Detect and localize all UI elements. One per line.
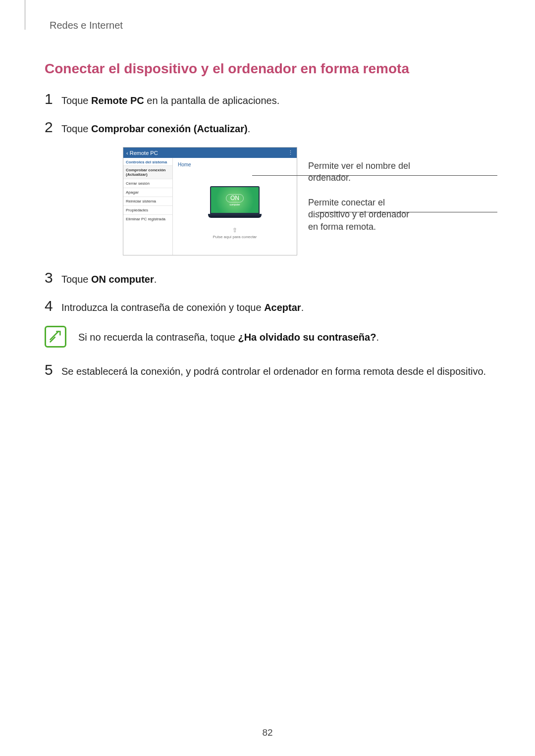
tap-hint: Pulse aquí para conectar bbox=[213, 235, 257, 239]
laptop-screen: ON computer bbox=[210, 186, 260, 214]
step-number: 5 bbox=[45, 361, 61, 378]
step-text: Toque Remote PC en la pantalla de aplica… bbox=[61, 91, 490, 108]
step-text: Introduzca la contraseña de conexión y t… bbox=[61, 298, 490, 315]
step-text: Toque ON computer. bbox=[61, 269, 490, 287]
step-number: 3 bbox=[45, 269, 61, 286]
device-screenshot: ‹ Remote PC ⋮ Controles del sistema Comp… bbox=[123, 147, 297, 255]
sidebar-item: Comprobar conexión (Actualizar) bbox=[123, 165, 172, 179]
sidebar-item: Eliminar PC registrada bbox=[123, 214, 172, 223]
callout-pc-name: Permite ver el nombre del ordenador. bbox=[308, 160, 412, 184]
step-number: 4 bbox=[45, 298, 61, 314]
on-button-sub: computer bbox=[230, 203, 240, 206]
device-titlebar: ‹ Remote PC ⋮ bbox=[123, 148, 297, 158]
arrow-up-icon: ⇧ bbox=[232, 227, 237, 234]
figure-callouts: Permite ver el nombre del ordenador. Per… bbox=[308, 147, 412, 255]
note: Si no recuerda la contraseña, toque ¿Ha … bbox=[45, 326, 490, 348]
menu-dots-icon: ⋮ bbox=[288, 150, 294, 156]
step-3: 3 Toque ON computer. bbox=[45, 269, 490, 287]
sidebar-item: Cerrar sesión bbox=[123, 179, 172, 188]
sidebar-item: Apagar bbox=[123, 188, 172, 197]
step-text: Se establecerá la conexión, y podrá cont… bbox=[61, 361, 490, 379]
step-list-cont: 3 Toque ON computer. 4 Introduzca la con… bbox=[45, 269, 490, 315]
step-list: 1 Toque Remote PC en la pantalla de apli… bbox=[45, 91, 490, 136]
device-main-pane: Home ON computer ⇧ Pulse aquí para conec… bbox=[173, 158, 297, 255]
page-number: 82 bbox=[0, 727, 535, 738]
laptop-graphic: ON computer bbox=[208, 186, 262, 218]
pc-name-label: Home bbox=[173, 158, 196, 167]
step-4: 4 Introduzca la contraseña de conexión y… bbox=[45, 298, 490, 315]
step-text: Toque Comprobar conexión (Actualizar). bbox=[61, 119, 490, 136]
step-number: 2 bbox=[45, 119, 61, 135]
callout-connect: Permite conectar el dispositivo y el ord… bbox=[308, 197, 412, 233]
step-2: 2 Toque Comprobar conexión (Actualizar). bbox=[45, 119, 490, 136]
laptop-base bbox=[208, 214, 262, 218]
step-number: 1 bbox=[45, 91, 61, 107]
step-1: 1 Toque Remote PC en la pantalla de apli… bbox=[45, 91, 490, 108]
step-5: 5 Se establecerá la conexión, y podrá co… bbox=[45, 361, 490, 379]
sidebar-item: Propiedades bbox=[123, 205, 172, 214]
step-list-final: 5 Se establecerá la conexión, y podrá co… bbox=[45, 361, 490, 379]
sidebar-group-title: Controles del sistema bbox=[123, 158, 172, 165]
device-sidebar: Controles del sistema Comprobar conexión… bbox=[123, 158, 173, 255]
sidebar-item: Reiniciar sistema bbox=[123, 197, 172, 205]
section-heading: Conectar el dispositivo y el ordenador e… bbox=[45, 61, 490, 77]
breadcrumb: Redes e Internet bbox=[50, 20, 490, 31]
note-icon bbox=[45, 326, 66, 348]
figure: ‹ Remote PC ⋮ Controles del sistema Comp… bbox=[45, 147, 490, 255]
note-text: Si no recuerda la contraseña, toque ¿Ha … bbox=[78, 326, 379, 345]
back-icon: ‹ Remote PC bbox=[126, 150, 158, 156]
on-button-label: ON bbox=[226, 194, 244, 202]
